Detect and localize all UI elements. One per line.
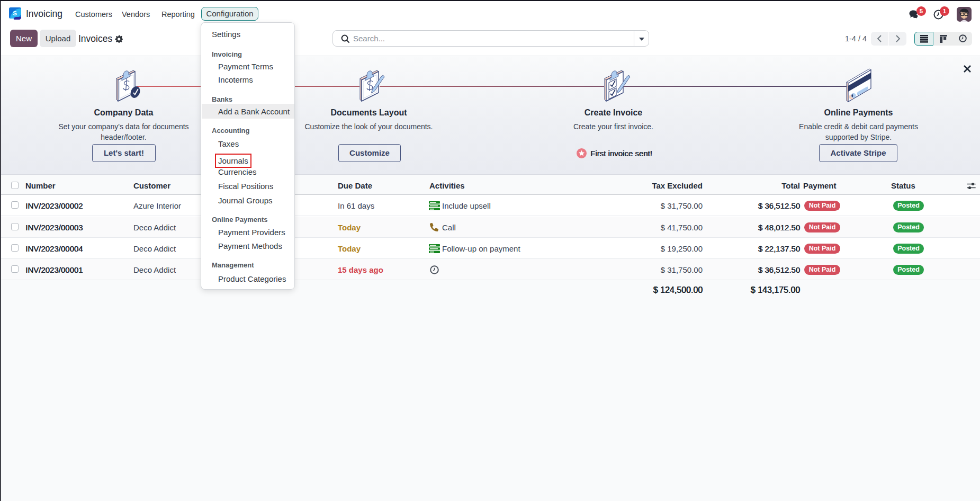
svg-text:S: S bbox=[13, 10, 17, 16]
